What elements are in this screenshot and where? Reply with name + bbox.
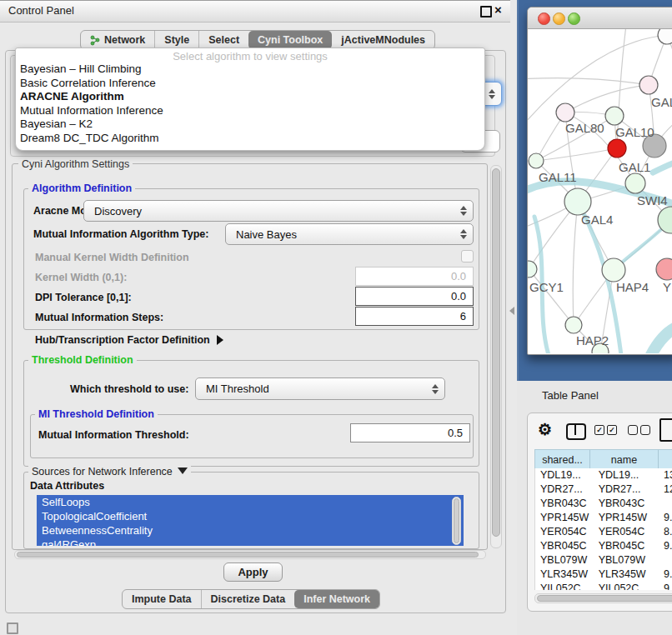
node-y-cut[interactable] [656, 258, 672, 280]
tab-select[interactable]: Select [198, 31, 248, 49]
manual-kernel-label: Manual Kernel Width Definition [35, 252, 189, 263]
table-row[interactable]: YBL079WYBL079W [535, 553, 672, 568]
column-header[interactable]: A [659, 450, 672, 469]
dropdown-item[interactable]: ARACNE Algorithm [16, 90, 484, 104]
tab-style[interactable]: Style [154, 31, 198, 49]
combo-arrows-icon [488, 89, 495, 99]
node-swi4[interactable] [625, 173, 645, 193]
table-row[interactable]: YLR345WYLR345W9. [535, 568, 672, 582]
node-gal80[interactable] [556, 103, 574, 122]
settings-vscrollbar[interactable] [490, 165, 502, 548]
tab-network[interactable]: Network [81, 31, 154, 49]
hub-definition-toggle[interactable]: Hub/Transcription Factor Definition [35, 334, 223, 346]
table-hscrollbar-thumb[interactable] [537, 595, 672, 602]
network-window-titlebar[interactable] [528, 8, 672, 29]
list-item[interactable]: SelfLoops [37, 495, 464, 509]
node-hap2[interactable] [565, 317, 582, 333]
which-threshold-value: MI Threshold [196, 382, 269, 395]
mi-type-combobox[interactable]: Naive Bayes [225, 223, 474, 245]
table-row[interactable]: YER054CYER054C8. [535, 525, 672, 539]
dropdown-item[interactable]: Mutual Information Inference [16, 104, 484, 118]
show-columns-icon[interactable] [566, 423, 586, 440]
dropdown-item[interactable]: Basic Correlation Inference [16, 77, 484, 91]
table-row[interactable]: YPR145WYPR145W9. [535, 511, 672, 525]
node-label: GCY1 [529, 280, 564, 294]
settings-hscrollbar-thumb[interactable] [17, 552, 479, 558]
cell: YDL19... [594, 468, 660, 482]
node-unlabeled[interactable] [658, 29, 672, 44]
list-item[interactable]: TopologicalCoefficient [37, 509, 464, 523]
sources-title: Sources for Network Inference [32, 466, 173, 478]
close-icon[interactable]: × [494, 2, 502, 17]
list-item[interactable]: BetweennessCentrality [37, 523, 464, 538]
manual-kernel-checkbox[interactable] [461, 250, 474, 262]
node-hap4[interactable] [602, 258, 625, 282]
node-label: HAP2 [576, 333, 609, 348]
table-row[interactable]: YBR043CYBR043C [535, 497, 672, 511]
minimized-panel-icon[interactable] [7, 622, 18, 634]
attributes-vscrollbar[interactable] [452, 497, 461, 545]
node-gcy1[interactable] [528, 261, 537, 278]
table-hscrollbar[interactable] [534, 593, 672, 603]
minimize-traffic-light-icon[interactable] [553, 12, 565, 25]
sources-toggle[interactable]: Sources for Network Inference [28, 466, 191, 478]
column-header[interactable]: name [590, 450, 659, 469]
dropdown-item[interactable]: Bayesian – Hill Climbing [16, 62, 484, 77]
dropdown-item[interactable]: Dream8 DC_TDC Algorithm [16, 132, 484, 146]
unchecked-checkbox-icon[interactable] [640, 425, 650, 435]
cell: 9. [660, 568, 672, 582]
cell: YBR045C [594, 539, 660, 553]
zoom-traffic-light-icon[interactable] [568, 12, 580, 25]
gear-icon[interactable]: ⚙ [538, 420, 552, 439]
float-window-icon[interactable] [480, 6, 492, 18]
table-row[interactable]: YDR27...YDR27...12 [535, 482, 672, 497]
cell: YIL052C [535, 582, 594, 590]
kernel-width-field[interactable]: 0.0 [355, 267, 474, 286]
splitter-collapse-icon[interactable] [509, 307, 514, 315]
mi-threshold-field[interactable]: 0.5 [350, 423, 470, 442]
mi-steps-label: Mutual Information Steps: [35, 312, 163, 323]
node-gal-cut[interactable] [639, 76, 658, 94]
tab-jactivemnodules[interactable]: jActiveMNodules [332, 31, 434, 49]
cell: 12 [660, 482, 672, 497]
data-attributes-list[interactable]: SelfLoops TopologicalCoefficient Between… [37, 495, 464, 546]
settings-hscrollbar[interactable] [14, 550, 486, 559]
cell: YBL079W [535, 553, 594, 568]
apply-button[interactable]: Apply [223, 562, 283, 582]
mi-steps-field[interactable]: 6 [355, 307, 474, 326]
aracne-mode-combobox[interactable]: Discovery [83, 200, 474, 222]
hub-definition-label: Hub/Transcription Factor Definition [35, 334, 210, 346]
aracne-mode-value: Discovery [84, 205, 142, 218]
table-row[interactable]: YBR045CYBR045C9. [535, 539, 672, 553]
settings-vscrollbar-thumb[interactable] [492, 168, 500, 537]
tab-impute-data[interactable]: Impute Data [123, 590, 201, 608]
network-canvas[interactable]: GAL GAL80 GAL10 GAL1 GAL11 SWI4 GAL4 GCY… [528, 29, 672, 353]
network-window[interactable]: GAL GAL80 GAL10 GAL1 GAL11 SWI4 GAL4 GCY… [527, 7, 672, 355]
which-threshold-combobox[interactable]: MI Threshold [195, 378, 445, 400]
table-row[interactable]: YDL19...YDL19...13 [535, 468, 672, 482]
attributes-vscrollbar-thumb[interactable] [454, 498, 459, 543]
checked-checkbox-icon[interactable]: ✓ [594, 425, 604, 435]
unchecked-checkbox-icon[interactable] [628, 425, 638, 435]
tab-cyni-toolbox[interactable]: Cyni Toolbox [248, 31, 332, 49]
combo-arrows-icon [459, 229, 467, 239]
dpi-tolerance-field[interactable]: 0.0 [355, 287, 474, 306]
table-panel: ⚙ ✓ ✓ shared... name A YDL19...YDL19...1… [527, 412, 672, 612]
tab-label: Discretize Data [211, 593, 286, 605]
close-traffic-light-icon[interactable] [538, 12, 550, 25]
node-gal4[interactable] [564, 188, 591, 215]
cell: YBL079W [594, 553, 660, 568]
node-gal1[interactable] [608, 139, 626, 158]
checked-checkbox-icon[interactable]: ✓ [607, 425, 617, 435]
column-header[interactable]: shared... [535, 450, 590, 469]
node-gal11[interactable] [529, 153, 544, 168]
export-table-icon[interactable] [659, 418, 672, 442]
dropdown-item[interactable]: Bayesian – K2 [16, 118, 484, 132]
table-row[interactable]: YIL052CYIL052C9 [535, 582, 672, 590]
node-gal10[interactable] [605, 107, 624, 125]
tab-discretize-data[interactable]: Discretize Data [201, 590, 295, 608]
list-item[interactable]: gal4RGexp [37, 538, 464, 546]
combo-arrows-icon [459, 206, 467, 216]
tab-infer-network[interactable]: Infer Network [294, 590, 379, 608]
node-label: HAP4 [616, 280, 649, 294]
